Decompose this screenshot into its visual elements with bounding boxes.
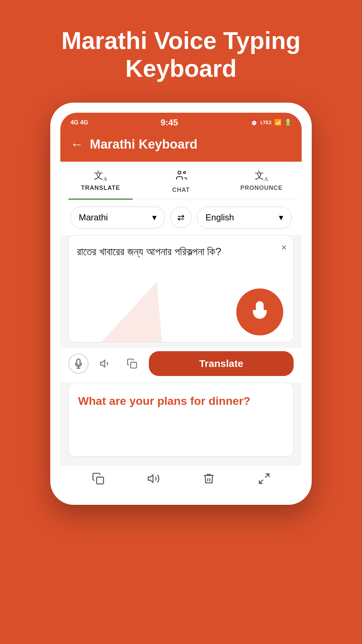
ray-shape: [83, 282, 163, 342]
mic-large-container: [236, 288, 283, 335]
app-header: ← Marathi Keyboard: [60, 130, 302, 162]
tab-translate[interactable]: 文A TRANSLATE: [60, 162, 141, 200]
source-language-button[interactable]: Marathi ▾: [70, 207, 165, 228]
language-selector: Marathi ▾ ⇄ English ▾: [60, 200, 302, 235]
svg-rect-7: [131, 362, 136, 368]
tab-chat[interactable]: CHAT: [141, 162, 221, 200]
phone-screen: 4G 4G 9:45 ⏰ LTE2 📶 🔋 ← Marathi Keyboard…: [60, 113, 302, 495]
target-dropdown-icon: ▾: [279, 212, 283, 223]
bottom-speaker-button[interactable]: [147, 472, 160, 488]
svg-marker-9: [148, 475, 153, 482]
speaker-icon: [100, 358, 111, 369]
page-title: Marathi Voice Typing Keyboard: [41, 27, 320, 83]
tab-pronounce-label: PRONOUNCE: [240, 184, 283, 192]
input-text[interactable]: রাতের খাবারের জন্য আপনার পরিকল্পনা কি?: [77, 244, 244, 260]
bottom-speaker-icon: [147, 472, 160, 485]
bottom-expand-icon: [258, 472, 270, 485]
bottom-toolbar: [60, 465, 302, 495]
status-signals: 4G 4G: [70, 119, 88, 126]
tab-bar: 文A TRANSLATE CHAT 文A PRONOUNCE: [60, 162, 302, 200]
status-icons: ⏰ LTE2 📶 🔋: [250, 119, 292, 126]
target-language-button[interactable]: English ▾: [197, 207, 292, 228]
input-area: রাতের খাবারের জন্য আপনার পরিকল্পনা কি? ×: [68, 235, 294, 342]
pronounce-icon: 文A: [255, 169, 268, 182]
svg-marker-6: [101, 360, 105, 367]
action-row: Translate: [60, 348, 302, 383]
translate-icon: 文A: [94, 169, 107, 182]
status-bar: 4G 4G 9:45 ⏰ LTE2 📶 🔋: [60, 113, 302, 130]
wifi-icon: 📶: [274, 119, 282, 126]
translated-text: What are your plans for dinner?: [78, 392, 284, 410]
swap-icon: ⇄: [177, 212, 185, 223]
svg-line-11: [259, 480, 263, 483]
copy-button[interactable]: [122, 354, 142, 374]
source-dropdown-icon: ▾: [152, 212, 157, 223]
microphone-icon: [73, 359, 83, 369]
phone-mockup: 4G 4G 9:45 ⏰ LTE2 📶 🔋 ← Marathi Keyboard…: [50, 103, 312, 505]
copy-icon: [127, 358, 137, 369]
svg-rect-8: [97, 477, 104, 484]
svg-point-1: [184, 171, 186, 173]
signal-text: 4G 4G: [70, 119, 88, 126]
source-language-label: Marathi: [79, 212, 108, 223]
tab-chat-label: CHAT: [172, 186, 190, 194]
clear-button[interactable]: ×: [281, 242, 287, 253]
swap-language-button[interactable]: ⇄: [170, 207, 192, 228]
svg-point-0: [178, 171, 181, 174]
svg-line-10: [265, 474, 269, 477]
microphone-large-icon: [248, 300, 272, 324]
speaker-button[interactable]: [95, 354, 115, 374]
bottom-delete-icon: [202, 472, 215, 485]
bottom-delete-button[interactable]: [202, 472, 215, 488]
alarm-icon: ⏰: [250, 119, 258, 126]
translate-button[interactable]: Translate: [149, 351, 294, 376]
tab-translate-label: TRANSLATE: [81, 184, 120, 192]
battery-icon: 🔋: [284, 119, 292, 126]
bottom-expand-button[interactable]: [258, 472, 270, 488]
translation-output: What are your plans for dinner?: [68, 383, 294, 457]
target-language-label: English: [205, 212, 234, 223]
tab-pronounce[interactable]: 文A PRONOUNCE: [221, 162, 302, 200]
chat-icon: [175, 169, 187, 184]
content-area: Marathi ▾ ⇄ English ▾ রাতের খাবারের জন্য…: [60, 200, 302, 465]
app-header-title: Marathi Keyboard: [90, 137, 197, 152]
back-button[interactable]: ←: [70, 137, 83, 152]
network-icon: LTE2: [260, 120, 272, 125]
status-time: 9:45: [161, 117, 178, 128]
microphone-large-button[interactable]: [236, 288, 283, 335]
microphone-button[interactable]: [68, 354, 88, 374]
bottom-copy-button[interactable]: [92, 472, 105, 488]
bottom-copy-icon: [92, 472, 105, 485]
